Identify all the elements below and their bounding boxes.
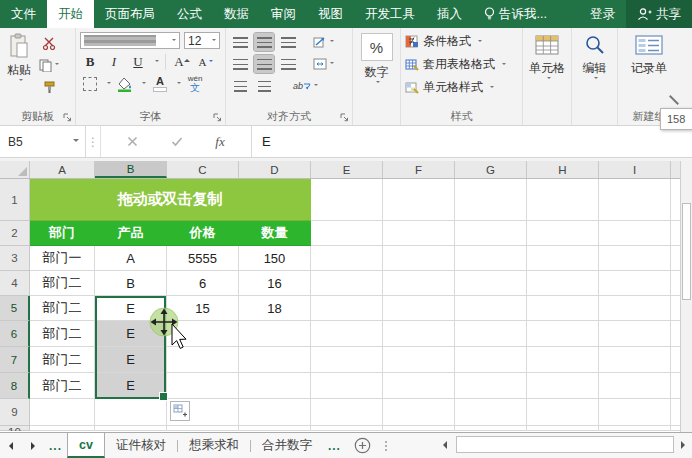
cell-A5[interactable]: 部门二: [30, 296, 95, 321]
hidden-sheets-right[interactable]: ...: [323, 433, 346, 458]
vertical-scrollbar[interactable]: [680, 161, 692, 432]
tab-data[interactable]: 数据: [213, 0, 260, 28]
tab-home[interactable]: 开始: [47, 0, 94, 28]
decrease-indent-button[interactable]: [230, 77, 250, 95]
row-header-10[interactable]: 10: [0, 426, 30, 431]
auto-fill-options-button[interactable]: [170, 401, 190, 421]
paste-dropdown-arrow[interactable]: [19, 79, 23, 83]
cell-styles-button[interactable]: 单元格样式: [401, 76, 522, 99]
sheetbar-splitter[interactable]: [379, 433, 393, 458]
format-as-table-button[interactable]: 套用表格格式: [401, 53, 522, 76]
cells-button[interactable]: 单元格: [523, 28, 571, 106]
banner-cell[interactable]: 拖动或双击复制: [30, 179, 311, 221]
font-size-combo[interactable]: 12: [184, 32, 220, 49]
col-header-A[interactable]: A: [30, 161, 95, 178]
alignment-dialog-launcher[interactable]: [340, 113, 349, 122]
row-header-4[interactable]: 4: [0, 271, 30, 296]
sheet-nav-next-button[interactable]: [22, 433, 44, 458]
edit-button[interactable]: 编辑: [572, 28, 617, 106]
underline-button[interactable]: U: [128, 53, 148, 71]
increase-font-button[interactable]: A: [172, 53, 192, 71]
cell-B7[interactable]: E: [95, 347, 167, 373]
align-bottom-button[interactable]: [278, 33, 298, 51]
align-middle-button[interactable]: [254, 33, 274, 51]
hidden-sheets-left[interactable]: ...: [44, 433, 67, 458]
row-header-1[interactable]: 1: [0, 179, 30, 221]
cell-D4[interactable]: 16: [239, 271, 311, 296]
tab-formulas[interactable]: 公式: [166, 0, 213, 28]
cell-B4[interactable]: B: [95, 271, 167, 296]
cell-A4[interactable]: 部门二: [30, 271, 95, 296]
increase-indent-button[interactable]: [254, 77, 274, 95]
col-header-I[interactable]: I: [599, 161, 671, 178]
sheet-tab-1[interactable]: 证件核对: [105, 433, 177, 458]
header-cell[interactable]: 产品: [95, 221, 167, 246]
merge-center-button[interactable]: [312, 55, 335, 73]
italic-button[interactable]: I: [104, 53, 124, 71]
tab-page-layout[interactable]: 页面布局: [94, 0, 166, 28]
hscroll-right-button[interactable]: [676, 436, 690, 453]
clipboard-dialog-launcher[interactable]: [63, 113, 72, 122]
new-sheet-button[interactable]: [346, 433, 379, 458]
col-header-H[interactable]: H: [527, 161, 599, 178]
row-header-5[interactable]: 5: [0, 296, 30, 321]
copy-button[interactable]: [38, 56, 60, 74]
tab-review[interactable]: 审阅: [260, 0, 307, 28]
formula-input[interactable]: E: [252, 126, 692, 157]
col-header-C[interactable]: C: [167, 161, 239, 178]
row-header-8[interactable]: 8: [0, 373, 30, 399]
sheet-tab-2[interactable]: 想乘求和: [178, 433, 250, 458]
row-header-6[interactable]: 6: [0, 321, 30, 347]
cell-B8[interactable]: E: [95, 373, 167, 399]
tab-view[interactable]: 视图: [307, 0, 354, 28]
cells-dropdown-arrow[interactable]: [547, 77, 551, 81]
wrap-text-button[interactable]: ab: [292, 77, 319, 95]
font-dialog-launcher[interactable]: [213, 113, 222, 122]
borders-button[interactable]: [80, 75, 100, 93]
align-right-button[interactable]: [278, 55, 298, 73]
formula-bar-splitter[interactable]: ⋮: [86, 126, 100, 157]
orientation-button[interactable]: [312, 33, 335, 51]
cell-A7[interactable]: 部门二: [30, 347, 95, 373]
insert-function-button[interactable]: fx: [215, 134, 224, 150]
edit-dropdown-arrow[interactable]: [594, 77, 598, 81]
tab-developer[interactable]: 开发工具: [354, 0, 426, 28]
col-header-F[interactable]: F: [383, 161, 455, 178]
cell-C3[interactable]: 5555: [167, 246, 239, 271]
cell-B6[interactable]: E: [95, 321, 167, 347]
underline-dropdown-arrow[interactable]: [155, 60, 159, 64]
enter-button[interactable]: [171, 136, 183, 147]
fill-color-button[interactable]: [115, 75, 135, 93]
header-cell[interactable]: 价格: [167, 221, 239, 246]
row-header-7[interactable]: 7: [0, 347, 30, 373]
cell-A8[interactable]: 部门二: [30, 373, 95, 399]
row-header-2[interactable]: 2: [0, 221, 30, 246]
cell-B3[interactable]: A: [95, 246, 167, 271]
col-header-B[interactable]: B: [95, 161, 167, 178]
align-left-button[interactable]: [230, 55, 250, 73]
cell-C4[interactable]: 6: [167, 271, 239, 296]
col-header-E[interactable]: E: [311, 161, 383, 178]
paste-button[interactable]: 粘贴: [0, 28, 38, 106]
font-color-dropdown-arrow[interactable]: [177, 82, 181, 86]
align-top-button[interactable]: [230, 33, 250, 51]
format-painter-button[interactable]: [38, 78, 60, 96]
row-header-3[interactable]: 3: [0, 246, 30, 271]
number-format-button[interactable]: % 数字: [353, 28, 400, 106]
cell-A6[interactable]: 部门二: [30, 321, 95, 347]
tab-insert[interactable]: 插入: [426, 0, 473, 28]
name-box[interactable]: B5: [0, 126, 86, 157]
cell-A3[interactable]: 部门一: [30, 246, 95, 271]
row-header-9[interactable]: 9: [0, 399, 30, 426]
conditional-formatting-button[interactable]: 条件格式: [401, 30, 522, 53]
fill-color-dropdown-arrow[interactable]: [142, 82, 146, 86]
col-header-G[interactable]: G: [455, 161, 527, 178]
cell-C5[interactable]: 15: [167, 296, 239, 321]
sheet-tab-cv[interactable]: cv: [67, 433, 105, 458]
hscroll-left-button[interactable]: [438, 436, 452, 453]
cell-D5[interactable]: 18: [239, 296, 311, 321]
cancel-button[interactable]: [127, 136, 138, 147]
cut-button[interactable]: [38, 34, 60, 52]
align-center-button[interactable]: [254, 55, 274, 73]
header-cell[interactable]: 部门: [30, 221, 95, 246]
